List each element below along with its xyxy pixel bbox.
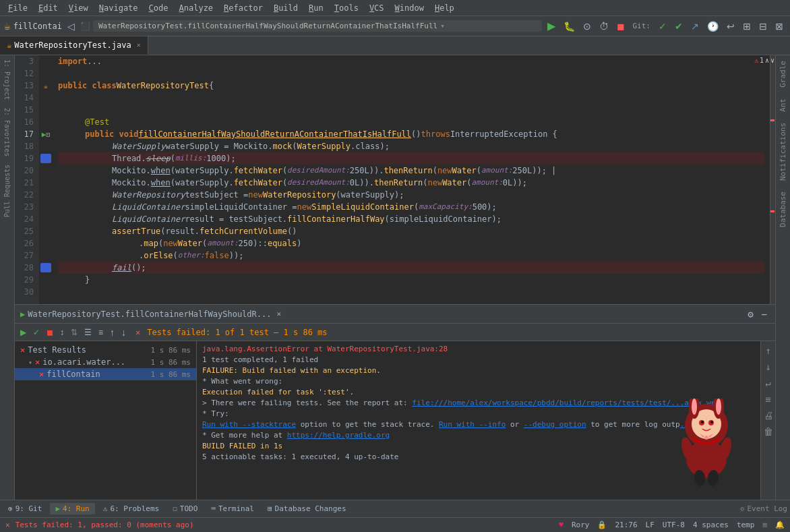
next-fail-btn[interactable]: ↓ — [119, 326, 129, 339]
failed-indicator: ✕ — [130, 328, 146, 337]
run-panel-close-x[interactable]: ✕ — [276, 309, 281, 318]
gradle-help-link[interactable]: https://help.gradle.org — [287, 431, 390, 440]
git-push-btn[interactable]: ↗ — [688, 20, 702, 33]
menu-view[interactable]: View — [63, 2, 94, 14]
coverage-button[interactable]: ⊙ — [580, 20, 594, 33]
tab-close-btn[interactable]: ✕ — [137, 41, 141, 49]
git-tab-label: 9: Git — [16, 504, 42, 513]
sidebar-gradle[interactable]: Gradle — [779, 55, 787, 93]
gutter-27 — [39, 249, 53, 262]
event-log-label[interactable]: Event Log — [747, 504, 787, 513]
tab-terminal[interactable]: ⌨ Terminal — [206, 503, 260, 514]
sidebar-item-pull-requests[interactable]: Pull Requests — [2, 160, 12, 221]
test-tree[interactable]: ✕ Test Results 1 s 86 ms ▾ ✕ io.acari.wa… — [15, 341, 197, 500]
run-button[interactable]: ▶ — [545, 18, 558, 34]
menu-help[interactable]: Help — [429, 2, 460, 14]
test-method-label: fillContain — [47, 370, 100, 379]
collapse-all-btn[interactable]: ≡ — [96, 326, 106, 338]
stacktrace-link[interactable]: Run with --stacktrace — [202, 420, 296, 429]
console-line-5: Execution failed for task ':test'. — [202, 387, 755, 398]
menu-file[interactable]: File — [3, 2, 33, 14]
sidebar-ant[interactable]: Ant — [779, 93, 787, 117]
scroll-up-btn[interactable]: ↑ — [764, 344, 772, 357]
expand-all-btn[interactable]: ☰ — [82, 326, 94, 338]
prev-fail-btn[interactable]: ↑ — [107, 326, 117, 339]
sidebar-database[interactable]: Database — [779, 186, 787, 233]
stop-button[interactable]: ◼ — [614, 20, 628, 33]
line-num-3: 3 — [20, 55, 34, 67]
vcs-branch[interactable]: temp — [737, 521, 755, 529]
code-line-19: Thread. sleep ( millis: 1000); — [58, 152, 764, 165]
run-again-btn[interactable]: ▶ — [18, 326, 29, 338]
trash-btn[interactable]: 🗑 — [762, 425, 774, 438]
sidebar-item-project[interactable]: 1: Project — [2, 55, 12, 104]
code-editor[interactable]: 3 12 13 14 15 16 17 18 19 20 21 22 23 24… — [15, 55, 775, 304]
test-results-root[interactable]: ✕ Test Results 1 s 86 ms — [15, 344, 196, 356]
wrap-btn[interactable]: ↵ — [764, 376, 772, 390]
rerun-failed-btn[interactable]: ✓ — [30, 326, 42, 338]
code-line-23: LiquidContainer simpleLiquidContainer = … — [58, 201, 764, 213]
print-btn[interactable]: 🖨 — [762, 409, 774, 422]
menu-tools[interactable]: Tools — [329, 2, 364, 14]
pin-panel-btn[interactable]: ⚙ — [745, 307, 756, 321]
menu-build[interactable]: Build — [268, 2, 303, 14]
user-name: Rory — [572, 521, 590, 529]
line-num-28: 28 — [20, 262, 34, 274]
code-line-16: @Test — [58, 116, 764, 128]
status-right: ♥ Rory 🔒 21:76 LF UTF-8 4 spaces temp ⊞ … — [559, 521, 785, 529]
stop-run-btn[interactable]: ◼ — [44, 326, 56, 338]
tab-database[interactable]: ⊞ Database Changes — [262, 503, 352, 514]
menu-analyze[interactable]: Analyze — [174, 2, 219, 14]
code-line-24: LiquidContainer result = testSubject. fi… — [58, 213, 764, 225]
menu-edit[interactable]: Edit — [33, 2, 63, 14]
project-structure-btn[interactable]: ⊞ — [740, 20, 754, 33]
run-path[interactable]: WaterRepositoryTest.fillContainerHalfWay… — [93, 20, 542, 32]
info-link[interactable]: Run with --info — [439, 420, 506, 429]
sidebar-item-favorites[interactable]: 2: Favorites — [2, 104, 12, 160]
editor-tab[interactable]: ☕ WaterRepositoryTest.java ✕ — [0, 36, 148, 55]
main-content: 1: Project 2: Favorites Pull Requests 3 … — [0, 55, 790, 500]
gutter-23 — [39, 201, 53, 213]
toggle-sort-alpha-btn[interactable]: ⇅ — [68, 326, 80, 338]
git-check-btn[interactable]: ✓ — [656, 20, 669, 33]
console-line-2: 1 test completed, 1 failed — [202, 355, 755, 365]
svg-point-5 — [716, 398, 721, 415]
menu-run[interactable]: Run — [303, 2, 329, 14]
tab-git[interactable]: ⊕ 9: Git — [3, 503, 47, 514]
fail-icon-status: ✕ — [5, 521, 10, 529]
git-update-btn[interactable]: ✔ — [672, 20, 686, 33]
test-class-item[interactable]: ▾ ✕ io.acari.water... 1 s 86 ms — [15, 356, 196, 368]
settings-btn[interactable]: ⊟ — [756, 20, 770, 33]
menu-code[interactable]: Code — [144, 2, 174, 14]
encoding[interactable]: UTF-8 — [663, 521, 685, 529]
line-ending[interactable]: LF — [646, 521, 655, 529]
sidebar-notifications[interactable]: Notifications — [779, 117, 787, 186]
position-indicator[interactable]: 21:76 — [615, 521, 637, 529]
debug-button[interactable]: 🐛 — [561, 20, 578, 33]
debug-link[interactable]: --debug option — [524, 420, 586, 429]
toggle-sort-btn[interactable]: ↕ — [57, 326, 67, 338]
minimize-panel-btn[interactable]: − — [759, 307, 770, 321]
scroll-down-btn[interactable]: ↓ — [764, 360, 772, 374]
menu-navigate[interactable]: Navigate — [94, 2, 144, 14]
menu-refactor[interactable]: Refactor — [218, 2, 268, 14]
menu-window[interactable]: Window — [390, 2, 429, 14]
soft-wrap-btn[interactable]: ≡ — [764, 392, 772, 406]
test-method-item[interactable]: ✕ fillContain 1 s 86 ms — [15, 368, 196, 380]
console-line-8: Run with --stacktrace option to get the … — [202, 419, 755, 430]
tab-run[interactable]: ▶ 4: Run — [50, 503, 94, 514]
back-btn[interactable]: ◁ — [65, 20, 78, 33]
git-history-btn[interactable]: 🕐 — [704, 20, 721, 33]
git-rollback-btn[interactable]: ↩ — [724, 20, 737, 33]
tab-problems[interactable]: ⚠ 6: Problems — [98, 503, 164, 514]
full-screen-btn[interactable]: ⊠ — [772, 20, 786, 33]
mascot — [673, 398, 740, 486]
toolbar: ☕ fillContai ◁ ⬛ WaterRepositoryTest.fil… — [0, 16, 790, 36]
run-panel-title[interactable]: WaterRepositoryTest.fillContainerHalfWay… — [28, 309, 271, 319]
tab-todo[interactable]: ☐ TODO — [167, 503, 203, 514]
console-output[interactable]: java.lang.AssertionError at WaterReposit… — [197, 341, 760, 500]
menu-vcs[interactable]: VCS — [364, 2, 390, 14]
profile-button[interactable]: ⏱ — [597, 20, 611, 33]
code-content[interactable]: import ... public class WaterRepositoryT… — [53, 55, 770, 304]
indent[interactable]: 4 spaces — [693, 521, 729, 529]
